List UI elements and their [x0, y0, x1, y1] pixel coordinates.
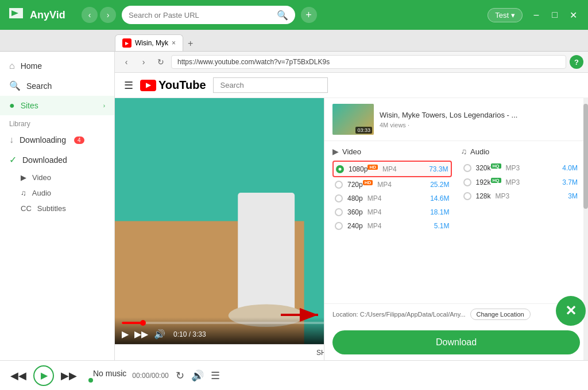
- format-row-320k[interactable]: 320kHQ MP3 4.0M: [461, 161, 581, 175]
- new-tab-button[interactable]: +: [183, 38, 198, 49]
- bottom-player: ◀◀ ▶ ▶▶ No music 00:00/00:00 ↻ 🔊 ☰: [0, 360, 588, 390]
- progress-fill: [122, 322, 144, 324]
- youtube-search-input[interactable]: [213, 77, 328, 93]
- format-row-1080p[interactable]: 1080pHD MP4 73.3M: [332, 161, 452, 177]
- close-x-button[interactable]: ✕: [556, 296, 586, 326]
- downloading-badge: 4: [74, 136, 84, 144]
- format-row-128k[interactable]: 128k MP3 3M: [461, 189, 581, 203]
- forward-button[interactable]: ›: [100, 7, 116, 23]
- video-icon: ▶: [21, 173, 26, 182]
- download-panel: 03:33 Wisin, Myke Towers, Los Legendario…: [324, 98, 588, 360]
- play-icon: ▶: [41, 370, 48, 381]
- sidebar-item-video[interactable]: ▶ Video: [0, 170, 114, 185]
- radio-128k[interactable]: [463, 192, 471, 200]
- green-dot: [88, 378, 93, 383]
- type-480p: MP4: [368, 194, 382, 202]
- size-128k: 3M: [568, 192, 578, 200]
- back-button[interactable]: ‹: [82, 7, 98, 23]
- sidebar-item-home[interactable]: ⌂ Home: [0, 56, 114, 76]
- close-button[interactable]: ✕: [565, 7, 581, 23]
- prev-track-button[interactable]: ◀◀: [9, 366, 28, 385]
- url-search-bar[interactable]: 🔍: [122, 6, 295, 24]
- quality-320k: 320kHQ: [476, 163, 501, 172]
- youtube-logo-text: YouTube: [158, 79, 206, 92]
- help-button[interactable]: ?: [570, 55, 583, 69]
- video-label: Video: [32, 173, 51, 182]
- search-sidebar-icon: 🔍: [9, 80, 21, 91]
- maximize-button[interactable]: □: [547, 7, 563, 23]
- time-display: 0:10 / 3:33: [173, 330, 206, 338]
- download-button[interactable]: Download: [332, 330, 580, 354]
- next-track-button[interactable]: ▶▶: [60, 366, 78, 385]
- volume-player-button[interactable]: 🔊: [191, 369, 204, 382]
- sidebar-item-search[interactable]: 🔍 Search: [0, 76, 114, 96]
- quality-480p: 480p: [347, 194, 363, 202]
- browser-forward-button[interactable]: ›: [137, 55, 150, 69]
- radio-360p[interactable]: [335, 208, 343, 216]
- video-info: 03:33 Wisin, Myke Towers, Los Legendario…: [332, 104, 580, 135]
- sidebar-item-downloaded[interactable]: ✓ Downloaded: [0, 150, 114, 170]
- app-name: AnyVid: [30, 9, 65, 21]
- search-input[interactable]: [129, 11, 272, 20]
- browser-nav: ‹ › ↻ https://www.youtube.com/watch?v=7p…: [115, 52, 588, 73]
- url-bar[interactable]: https://www.youtube.com/watch?v=7pT5BxDL…: [171, 55, 566, 69]
- radio-1080p[interactable]: [336, 165, 344, 173]
- size-320k: 4.0M: [562, 164, 578, 172]
- window-controls: – □ ✕: [528, 7, 581, 23]
- format-row-720p[interactable]: 720pHD MP4 25.2M: [332, 177, 452, 192]
- audio-format-col: ♫ Audio 320kHQ MP3 4.0M 1: [461, 147, 581, 233]
- video-section-label: Video: [342, 147, 361, 156]
- shuffle-button[interactable]: ↻: [176, 369, 184, 382]
- radio-720p[interactable]: [335, 181, 343, 189]
- browser-refresh-button[interactable]: ↻: [154, 55, 168, 69]
- playlist-button[interactable]: ☰: [211, 369, 220, 382]
- sidebar-item-subtitles[interactable]: CC Subtitles: [0, 201, 114, 216]
- subtitles-icon: CC: [21, 204, 32, 213]
- size-240p: 5.1M: [434, 222, 450, 230]
- size-720p: 25.2M: [430, 181, 449, 189]
- radio-480p[interactable]: [335, 194, 343, 202]
- type-720p: MP4: [377, 181, 392, 189]
- browser-back-button[interactable]: ‹: [119, 55, 133, 69]
- player-right-controls: 00:00/00:00 ↻ 🔊 ☰: [132, 369, 219, 382]
- topbar: AnyVid ‹ › 🔍 + Test ▾ – □ ✕: [0, 0, 588, 30]
- type-192k: MP3: [506, 178, 520, 186]
- downloading-label: Downloading: [20, 135, 66, 145]
- volume-button[interactable]: 🔊: [154, 329, 165, 340]
- size-480p: 14.6M: [430, 194, 449, 202]
- downloaded-label: Downloaded: [22, 155, 67, 165]
- radio-320k[interactable]: [463, 164, 471, 172]
- format-row-360p[interactable]: 360p MP4 18.1M: [332, 205, 452, 219]
- video-title: Wisin, Myke Towers, Los Legendarios - ..…: [380, 110, 580, 120]
- user-button[interactable]: Test ▾: [488, 8, 523, 22]
- audio-col-icon: ♫: [461, 147, 467, 156]
- add-tab-button[interactable]: +: [301, 7, 317, 23]
- tab-close-button[interactable]: ×: [172, 39, 176, 47]
- sidebar-item-sites[interactable]: ● Sites ›: [0, 96, 114, 115]
- change-location-button[interactable]: Change Location: [470, 309, 531, 320]
- type-360p: MP4: [368, 208, 382, 216]
- radio-192k[interactable]: [463, 178, 471, 186]
- video-duration: 03:33: [355, 127, 372, 134]
- hamburger-icon[interactable]: ☰: [124, 79, 133, 92]
- format-row-480p[interactable]: 480p MP4 14.6M: [332, 192, 452, 205]
- sidebar-item-audio[interactable]: ♫ Audio: [0, 185, 114, 201]
- sidebar-item-downloading[interactable]: ↓ Downloading 4: [0, 130, 114, 150]
- panel-scrollbar[interactable]: [583, 98, 588, 360]
- size-360p: 18.1M: [430, 208, 449, 216]
- minimize-button[interactable]: –: [528, 7, 544, 23]
- audio-col-header: ♫ Audio: [461, 147, 581, 156]
- play-pause-button[interactable]: ▶: [33, 365, 54, 386]
- play-button[interactable]: ▶: [122, 329, 129, 340]
- format-row-240p[interactable]: 240p MP4 5.1M: [332, 219, 452, 233]
- check-icon: ✓: [9, 154, 17, 165]
- location-text: Location: C:/Users/Filippa/AppData/Local…: [332, 311, 466, 318]
- type-128k: MP3: [496, 192, 510, 200]
- active-tab[interactable]: Wisin, Myk ×: [115, 34, 183, 51]
- format-section: ▶ Video 1080pHD MP4 73.3M: [324, 141, 588, 303]
- radio-240p[interactable]: [335, 222, 343, 230]
- video-format-col: ▶ Video 1080pHD MP4 73.3M: [332, 147, 452, 233]
- next-button[interactable]: ▶▶: [134, 329, 148, 340]
- youtube-logo-icon: [140, 80, 156, 91]
- format-row-192k[interactable]: 192kHQ MP3 3.7M: [461, 175, 581, 189]
